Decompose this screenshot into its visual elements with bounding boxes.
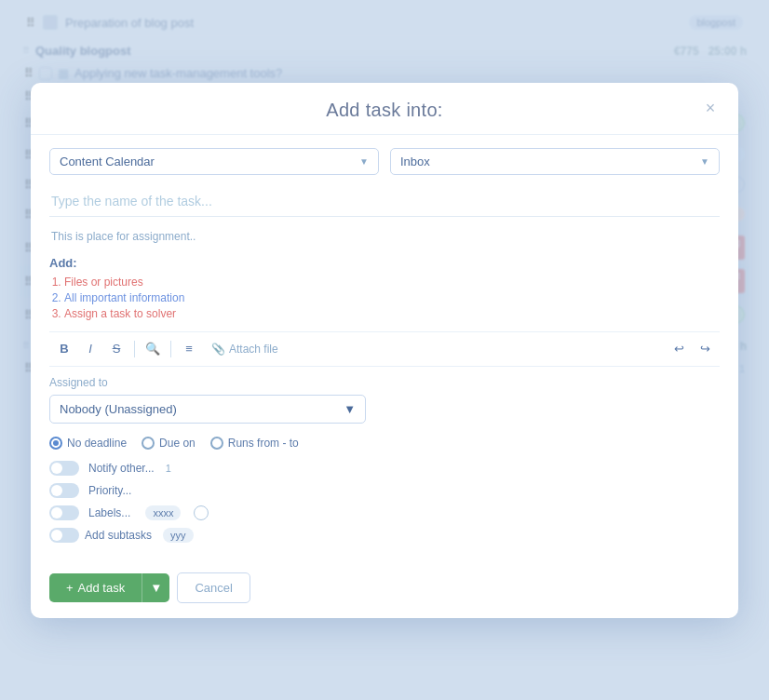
save-button[interactable]: + Add task <box>49 573 142 602</box>
subtasks-label: Add subtasks <box>85 529 152 542</box>
radio-no-deadline-label: No deadline <box>67 437 127 450</box>
labels-toggle[interactable] <box>49 505 79 520</box>
save-button-group: + Add task ▼ <box>49 573 169 602</box>
add-section: Add: Files or pictures All important inf… <box>49 256 720 320</box>
priority-toggle[interactable] <box>49 483 79 498</box>
attach-icon: 📎 <box>211 343 225 356</box>
assignment-text: This is place for assignment.. <box>49 226 720 247</box>
modal-title: Add task into: <box>326 100 442 120</box>
save-dropdown-icon: ▼ <box>150 581 162 595</box>
add-items-list: Files or pictures All important informat… <box>49 276 720 320</box>
notify-toggle-knob <box>51 463 62 474</box>
inbox-select[interactable]: Inbox ▼ <box>390 148 720 175</box>
attach-label: Attach file <box>229 343 278 356</box>
add-task-modal: Add task into: × Content Calendar ▼ Inbo… <box>31 83 738 618</box>
toolbar-undo-redo: ↩ ↪ <box>668 338 716 360</box>
toolbar-divider-2 <box>170 341 171 357</box>
radio-due-on[interactable]: Due on <box>142 437 196 450</box>
save-icon: + <box>66 581 74 595</box>
save-dropdown-button[interactable]: ▼ <box>142 573 169 602</box>
labels-label: Labels... <box>88 506 130 519</box>
inbox-select-chevron: ▼ <box>700 156 709 167</box>
notify-label: Notify other... <box>88 462 155 475</box>
attach-file-button[interactable]: 📎 Attach file <box>204 339 286 359</box>
radio-runs-from-label: Runs from - to <box>228 437 299 450</box>
toolbar-divider-1 <box>134 341 135 357</box>
notify-count: 1 <box>166 463 171 474</box>
strikethrough-button[interactable]: S <box>105 338 128 360</box>
assigned-to-value: Nobody (Unassigned) <box>60 402 177 416</box>
toggle-notify: Notify other... 1 <box>49 461 720 476</box>
labels-toggle-knob <box>51 507 62 518</box>
undo-button[interactable]: ↩ <box>668 338 690 360</box>
assigned-select-chevron: ▼ <box>344 402 356 416</box>
radio-runs-from[interactable]: Runs from - to <box>210 437 299 450</box>
save-label: Add task <box>78 581 126 595</box>
list-button[interactable]: ≡ <box>178 338 200 360</box>
checkbox-subtasks: Add subtasks yyy <box>49 528 720 543</box>
select-row: Content Calendar ▼ Inbox ▼ <box>49 148 720 175</box>
project-select-chevron: ▼ <box>359 156 369 167</box>
modal-body: Content Calendar ▼ Inbox ▼ This is place… <box>31 135 738 563</box>
priority-toggle-knob <box>51 485 62 496</box>
radio-due-on-label: Due on <box>159 437 196 450</box>
project-select-value: Content Calendar <box>60 155 155 168</box>
search-button[interactable]: 🔍 <box>142 338 164 360</box>
labels-circle <box>194 505 209 520</box>
redo-button[interactable]: ↪ <box>694 338 716 360</box>
add-label: Add: <box>49 256 720 270</box>
subtasks-toggle-knob <box>51 530 62 541</box>
inbox-select-value: Inbox <box>400 155 430 168</box>
add-item-2: All important information <box>64 291 720 304</box>
priority-label: Priority... <box>88 484 131 497</box>
radio-due-on-circle <box>142 437 155 450</box>
radio-no-deadline[interactable]: No deadline <box>49 437 127 450</box>
subtasks-pill: yyy <box>163 528 194 543</box>
project-select[interactable]: Content Calendar ▼ <box>49 148 379 175</box>
editor-toolbar: B I S 🔍 ≡ 📎 Attach file ↩ ↪ <box>49 331 720 367</box>
radio-no-deadline-circle <box>49 437 62 450</box>
modal-footer: + Add task ▼ Cancel <box>31 563 738 618</box>
italic-button[interactable]: I <box>79 338 101 360</box>
modal-header: Add task into: × <box>31 83 738 135</box>
cancel-button[interactable]: Cancel <box>177 572 250 603</box>
deadline-row: No deadline Due on Runs from - to <box>49 437 720 450</box>
assigned-to-select[interactable]: Nobody (Unassigned) ▼ <box>49 395 366 424</box>
subtasks-toggle[interactable] <box>49 528 79 543</box>
labels-pill: xxxx <box>145 505 181 520</box>
toggle-labels: Labels... xxxx <box>49 505 720 520</box>
modal-close-button[interactable]: × <box>697 95 723 121</box>
radio-runs-from-circle <box>210 437 223 450</box>
modal-overlay: Add task into: × Content Calendar ▼ Inbo… <box>0 0 769 700</box>
add-item-1: Files or pictures <box>64 276 720 289</box>
notify-toggle[interactable] <box>49 461 79 476</box>
bold-button[interactable]: B <box>53 338 75 360</box>
task-name-input[interactable] <box>49 186 720 217</box>
add-item-3: Assign a task to solver <box>64 307 720 320</box>
toggle-priority: Priority... <box>49 483 720 498</box>
assigned-to-label: Assigned to <box>49 376 720 389</box>
